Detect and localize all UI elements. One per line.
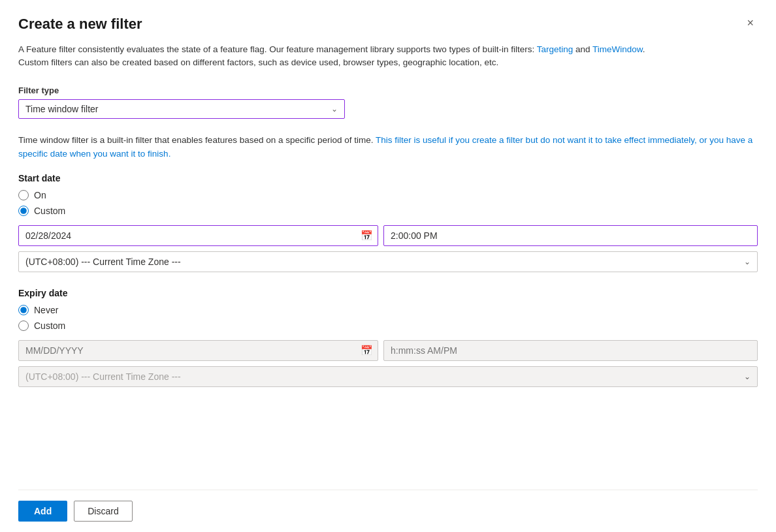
- chevron-down-icon: ⌄: [744, 372, 751, 381]
- dialog-title: Create a new filter: [18, 16, 142, 33]
- filter-type-description: Time window filter is a built-in filter …: [18, 133, 758, 161]
- expiry-date-input[interactable]: [18, 340, 378, 361]
- expiry-time-input[interactable]: [383, 340, 758, 361]
- dialog-header: Create a new filter ×: [18, 16, 758, 33]
- expiry-never-radio[interactable]: Never: [18, 305, 758, 315]
- expiry-date-section: Expiry date Never Custom 📅 (UTC+08:00) -…: [18, 288, 758, 400]
- expiry-date-wrapper: 📅: [18, 340, 378, 361]
- start-datetime-row: 📅: [18, 225, 758, 246]
- expiry-datetime-row: 📅: [18, 340, 758, 361]
- dialog-footer: Add Discard: [18, 490, 758, 532]
- close-button[interactable]: ×: [743, 16, 758, 30]
- chevron-down-icon: ⌄: [744, 257, 751, 266]
- start-date-title: Start date: [18, 173, 758, 183]
- expiry-timezone-value: (UTC+08:00) --- Current Time Zone ---: [25, 371, 181, 382]
- filter-type-section: Filter type Time window filter ⌄: [18, 83, 758, 119]
- start-date-section: Start date On Custom 📅 (UTC+08:00) --- C…: [18, 173, 758, 285]
- start-timezone-dropdown[interactable]: (UTC+08:00) --- Current Time Zone --- ⌄: [18, 251, 758, 272]
- filter-type-dropdown[interactable]: Time window filter ⌄: [18, 99, 345, 119]
- expiry-date-radio-group: Never Custom: [18, 305, 758, 331]
- start-on-radio[interactable]: On: [18, 190, 758, 200]
- start-timezone-value: (UTC+08:00) --- Current Time Zone ---: [25, 257, 181, 267]
- expiry-custom-label: Custom: [34, 321, 65, 331]
- add-button[interactable]: Add: [18, 501, 67, 522]
- description-part1: A Feature filter consistently evaluates …: [18, 44, 645, 54]
- expiry-custom-input[interactable]: [18, 321, 29, 331]
- start-on-label: On: [34, 190, 46, 200]
- create-filter-dialog: Create a new filter × A Feature filter c…: [0, 0, 776, 532]
- start-custom-radio[interactable]: Custom: [18, 206, 758, 216]
- description-part2: Custom filters can also be created based…: [18, 57, 498, 67]
- start-custom-label: Custom: [34, 206, 65, 216]
- start-date-radio-group: On Custom: [18, 190, 758, 216]
- expiry-date-title: Expiry date: [18, 288, 758, 298]
- start-date-wrapper: 📅: [18, 225, 378, 246]
- start-time-input[interactable]: [383, 225, 758, 246]
- description-text: A Feature filter consistently evaluates …: [18, 43, 758, 70]
- start-custom-input[interactable]: [18, 206, 29, 216]
- filter-type-label: Filter type: [18, 86, 758, 95]
- expiry-timezone-dropdown[interactable]: (UTC+08:00) --- Current Time Zone --- ⌄: [18, 366, 758, 387]
- filter-type-value: Time window filter: [25, 104, 99, 114]
- chevron-down-icon: ⌄: [331, 104, 338, 114]
- expiry-custom-radio[interactable]: Custom: [18, 321, 758, 331]
- expiry-never-input[interactable]: [18, 305, 29, 315]
- start-date-input[interactable]: [18, 225, 378, 246]
- start-on-input[interactable]: [18, 190, 29, 200]
- expiry-never-label: Never: [34, 305, 58, 315]
- discard-button[interactable]: Discard: [74, 501, 132, 522]
